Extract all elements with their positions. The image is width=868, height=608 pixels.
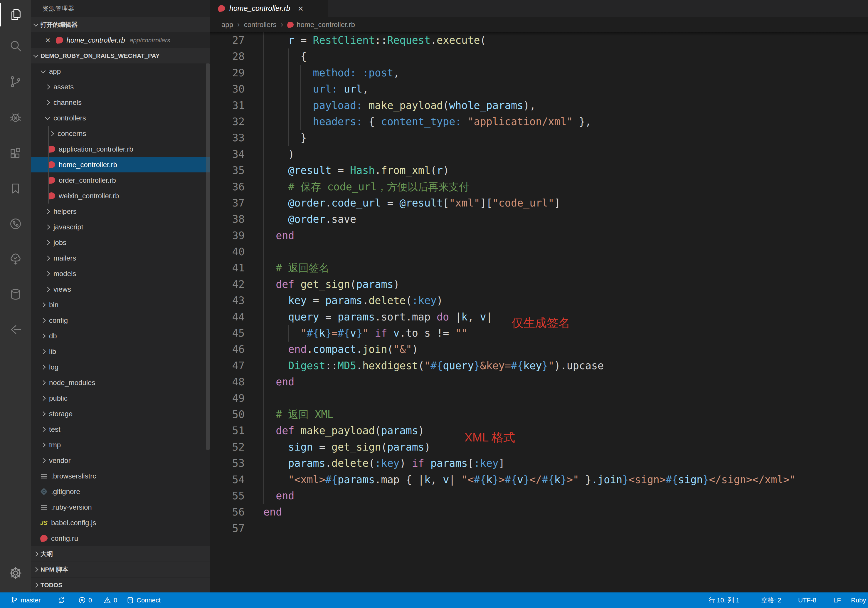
chevron-right-icon <box>41 349 46 354</box>
file-tree: appassetschannelscontrollersconcernsappl… <box>31 64 210 546</box>
close-icon[interactable]: × <box>298 4 304 13</box>
tree-item-label: .ruby-version <box>51 503 92 511</box>
code-line: 31 payload: make_payload(whole_params), <box>210 98 868 114</box>
tree-item-label: mailers <box>53 254 76 262</box>
code-text: end.compact.join("&") <box>264 341 418 357</box>
bookmarks-icon[interactable] <box>0 177 31 200</box>
tree-item-mailers[interactable]: mailers <box>31 250 210 266</box>
line-number: 45 <box>210 325 245 341</box>
tree-item-application-controller-rb[interactable]: application_controller.rb <box>31 141 210 157</box>
search-icon[interactable] <box>0 34 31 57</box>
tree-item-log[interactable]: log <box>31 359 210 375</box>
tab-home-controller[interactable]: home_controller.rb × <box>210 0 328 17</box>
breadcrumb-item[interactable]: home_controller.rb <box>296 20 355 29</box>
tree-item-label: bin <box>49 301 59 309</box>
tree-icon[interactable] <box>0 247 31 271</box>
tree-item-storage[interactable]: storage <box>31 406 210 422</box>
tree-item-views[interactable]: views <box>31 281 210 297</box>
code-line: 34 ) <box>210 146 868 163</box>
tree-item--ruby-version[interactable]: .ruby-version <box>31 499 210 515</box>
tree-item-db[interactable]: db <box>31 328 210 344</box>
open-editors-header[interactable]: 打开的编辑器 <box>31 17 210 32</box>
files-icon[interactable] <box>0 3 31 26</box>
chevron-right-icon <box>45 224 50 230</box>
status-database[interactable]: Connect <box>126 592 161 608</box>
tree-item-tmp[interactable]: tmp <box>31 437 210 453</box>
line-number: 48 <box>210 374 245 390</box>
status-git-branch[interactable]: master <box>11 592 40 608</box>
source-control-icon[interactable] <box>0 70 31 93</box>
settings-gear-icon[interactable] <box>0 561 31 585</box>
status-item[interactable]: LF <box>833 592 841 608</box>
code-line: 28 { <box>210 48 868 65</box>
debug-icon[interactable] <box>0 106 31 129</box>
tree-item--gitignore[interactable]: .gitignore <box>31 484 210 499</box>
ruby-file-icon <box>48 192 55 200</box>
open-editor-item[interactable]: × home_controller.rb app/controllers <box>31 32 210 48</box>
line-number: 52 <box>210 439 245 455</box>
sidebar-section--[interactable]: 大纲 <box>31 546 210 561</box>
tree-item-javascript[interactable]: javascript <box>31 219 210 235</box>
code-text: } <box>264 130 307 146</box>
sidebar-section-npm-[interactable]: NPM 脚本 <box>31 561 210 577</box>
tree-item-models[interactable]: models <box>31 266 210 281</box>
tree-item-config[interactable]: config <box>31 313 210 328</box>
tree-item-label: home_controller.rb <box>59 161 117 169</box>
code-text: end <box>264 488 294 504</box>
status-item[interactable]: 行 10, 列 1 <box>708 592 739 608</box>
chevron-right-icon <box>34 552 39 557</box>
tree-item--browserslistrc[interactable]: .browserslistrc <box>31 468 210 484</box>
tree-item-config-ru[interactable]: config.ru <box>31 530 210 546</box>
database-icon[interactable] <box>0 282 31 306</box>
status-item[interactable]: 空格: 2 <box>761 592 781 608</box>
tree-item-concerns[interactable]: concerns <box>31 126 210 141</box>
tree-item-channels[interactable]: channels <box>31 95 210 110</box>
sidebar-section-todos[interactable]: TODOS <box>31 577 210 592</box>
tree-item-public[interactable]: public <box>31 390 210 406</box>
tree-item-node-modules[interactable]: node_modules <box>31 375 210 390</box>
tree-item-babel-config-js[interactable]: JSbabel.config.js <box>31 515 210 530</box>
status-error[interactable]: 0 <box>78 592 92 608</box>
tree-item-label: storage <box>49 410 73 418</box>
code-text: query = params.sort.map do |k, v| <box>264 309 493 325</box>
tree-item-test[interactable]: test <box>31 422 210 437</box>
tree-item-vendor[interactable]: vendor <box>31 453 210 468</box>
tree-item-app[interactable]: app <box>31 64 210 79</box>
tree-item-bin[interactable]: bin <box>31 297 210 313</box>
line-number: 50 <box>210 406 245 423</box>
code-editor[interactable]: 27 r = RestClient::Request.execute(28 {2… <box>210 32 868 592</box>
code-line: 50 # 返回 XML <box>210 406 868 423</box>
chevron-right-icon <box>45 209 50 214</box>
sidebar-scrollbar[interactable] <box>206 64 210 450</box>
breadcrumb-item[interactable]: app <box>222 20 233 29</box>
git-graph-icon[interactable] <box>0 212 31 236</box>
line-number: 54 <box>210 472 245 488</box>
tree-item-label: jobs <box>53 239 67 247</box>
status-sync[interactable] <box>57 592 68 608</box>
angle-arrow-icon[interactable] <box>0 318 31 341</box>
ruby-file-icon <box>48 146 55 153</box>
code-line: 51 def make_payload(params) <box>210 423 868 439</box>
project-section-header[interactable]: DEMO_RUBY_ON_RAILS_WECHAT_PAY <box>31 48 210 64</box>
extensions-icon[interactable] <box>0 141 31 165</box>
tree-item-home-controller-rb[interactable]: home_controller.rb <box>31 157 210 172</box>
status-warning[interactable]: 0 <box>103 592 117 608</box>
code-text: # 返回签名 <box>264 260 329 276</box>
tree-item-jobs[interactable]: jobs <box>31 235 210 250</box>
status-item[interactable]: Ruby <box>851 592 866 608</box>
close-icon[interactable]: × <box>45 36 51 45</box>
tree-item-assets[interactable]: assets <box>31 79 210 95</box>
tree-item-label: app <box>49 67 61 76</box>
line-number: 31 <box>210 98 245 114</box>
breadcrumb-item[interactable]: controllers <box>244 20 277 29</box>
tree-item-order-controller-rb[interactable]: order_controller.rb <box>31 172 210 188</box>
code-text: @order.save <box>264 211 356 227</box>
tree-item-controllers[interactable]: controllers <box>31 110 210 126</box>
tree-item-weixin-controller-rb[interactable]: weixin_controller.rb <box>31 188 210 203</box>
tree-item-lib[interactable]: lib <box>31 344 210 359</box>
list-file-icon <box>40 503 48 511</box>
tree-item-helpers[interactable]: helpers <box>31 203 210 219</box>
tree-item-label: javascript <box>53 223 83 231</box>
status-item[interactable]: UTF-8 <box>798 592 816 608</box>
tree-item-label: assets <box>53 83 74 91</box>
